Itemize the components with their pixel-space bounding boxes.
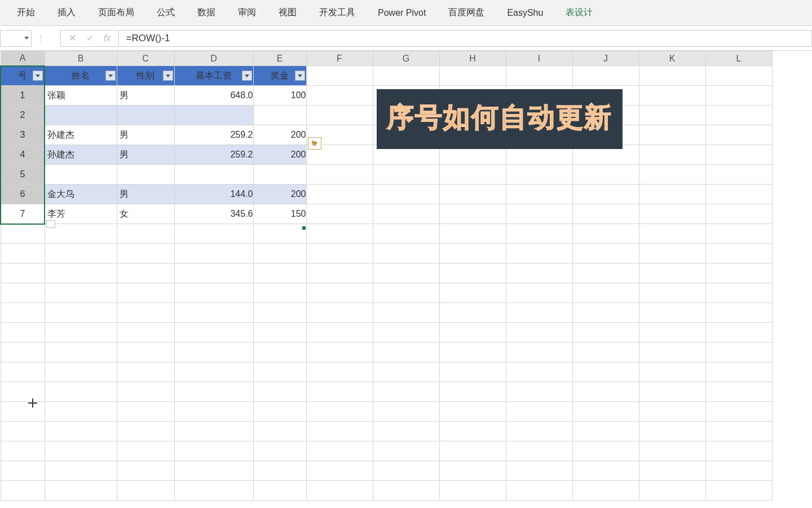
cell[interactable]: [306, 362, 373, 382]
filter-button-icon[interactable]: [242, 71, 252, 81]
cell[interactable]: [439, 481, 506, 501]
cell[interactable]: [117, 382, 174, 402]
cell[interactable]: [174, 224, 253, 244]
cell[interactable]: [506, 343, 572, 362]
table-header-gender[interactable]: 性别: [117, 66, 174, 86]
col-header-C[interactable]: C: [117, 51, 174, 66]
cell[interactable]: [1, 441, 45, 461]
ribbon-tab-home[interactable]: 开始: [6, 1, 46, 24]
cell[interactable]: [373, 224, 439, 244]
cell[interactable]: [705, 106, 772, 125]
cell[interactable]: [117, 323, 174, 343]
cell[interactable]: [306, 422, 373, 441]
cell[interactable]: [306, 441, 373, 461]
cell[interactable]: [1, 422, 45, 441]
cell[interactable]: [705, 264, 772, 283]
cell[interactable]: [705, 165, 772, 185]
col-header-J[interactable]: J: [572, 51, 639, 66]
ribbon-tab-tabledesign[interactable]: 表设计: [554, 1, 604, 24]
ribbon-tab-devtools[interactable]: 开发工具: [308, 1, 367, 24]
cell[interactable]: [117, 441, 174, 461]
cell[interactable]: [1, 402, 45, 422]
cell[interactable]: [439, 402, 506, 422]
cell[interactable]: [705, 422, 772, 441]
cell[interactable]: [373, 481, 439, 501]
cell[interactable]: [506, 441, 572, 461]
cell-bonus[interactable]: [253, 165, 306, 185]
cell[interactable]: [45, 441, 117, 461]
cell[interactable]: [705, 185, 772, 204]
cell[interactable]: [253, 441, 306, 461]
cell[interactable]: [174, 362, 253, 382]
cell[interactable]: [572, 204, 639, 224]
cell[interactable]: [705, 481, 772, 501]
cell[interactable]: [639, 145, 705, 165]
cell[interactable]: [639, 422, 705, 441]
cell[interactable]: [117, 224, 174, 244]
cell-bonus[interactable]: 150: [253, 204, 306, 224]
cell[interactable]: [572, 244, 639, 264]
cell[interactable]: [1, 264, 45, 283]
cell[interactable]: [506, 402, 572, 422]
cell[interactable]: [253, 283, 306, 303]
ribbon-tab-powerpivot[interactable]: Power Pivot: [367, 2, 437, 24]
cell[interactable]: [306, 402, 373, 422]
cell[interactable]: [639, 461, 705, 481]
cell[interactable]: [45, 244, 117, 264]
cell[interactable]: [439, 165, 506, 185]
cell[interactable]: [705, 224, 772, 244]
cell[interactable]: [639, 86, 705, 106]
ribbon-tab-data[interactable]: 数据: [186, 1, 227, 24]
cell[interactable]: [1, 343, 45, 362]
cell[interactable]: [639, 481, 705, 501]
cell[interactable]: [253, 382, 306, 402]
cell[interactable]: [705, 343, 772, 362]
cell[interactable]: [373, 303, 439, 323]
cell[interactable]: [174, 461, 253, 481]
cell[interactable]: [639, 402, 705, 422]
cell[interactable]: [439, 185, 506, 204]
cell[interactable]: [705, 204, 772, 224]
ribbon-tab-layout[interactable]: 页面布局: [87, 1, 145, 24]
cell[interactable]: [639, 106, 705, 125]
cell[interactable]: [373, 323, 439, 343]
cell-seq[interactable]: 3: [1, 125, 45, 145]
cell-salary[interactable]: 345.6: [174, 204, 253, 224]
cell[interactable]: [117, 264, 174, 283]
cell[interactable]: [373, 244, 439, 264]
cell[interactable]: [253, 422, 306, 441]
cell[interactable]: [373, 343, 439, 362]
cell[interactable]: [1, 481, 45, 501]
col-header-L[interactable]: L: [705, 51, 772, 66]
cell[interactable]: [253, 402, 306, 422]
cell[interactable]: [705, 362, 772, 382]
cell[interactable]: [373, 362, 439, 382]
cell[interactable]: [639, 264, 705, 283]
cell[interactable]: [639, 66, 705, 86]
cell[interactable]: [45, 264, 117, 283]
cell[interactable]: [373, 382, 439, 402]
fill-handle-icon[interactable]: [302, 226, 306, 230]
cell[interactable]: [174, 422, 253, 441]
cell-seq[interactable]: 6: [1, 185, 45, 204]
col-header-D[interactable]: D: [174, 51, 253, 66]
cell[interactable]: [639, 382, 705, 402]
cell[interactable]: [117, 303, 174, 323]
cell-salary[interactable]: 259.2: [174, 145, 253, 165]
cell[interactable]: [306, 481, 373, 501]
cell[interactable]: [439, 204, 506, 224]
cell[interactable]: [705, 441, 772, 461]
cell[interactable]: [639, 441, 705, 461]
cell[interactable]: [506, 283, 572, 303]
table-header-name[interactable]: 姓名: [45, 66, 117, 86]
cell[interactable]: [639, 323, 705, 343]
cell[interactable]: [117, 343, 174, 362]
cell[interactable]: [439, 422, 506, 441]
cell[interactable]: [506, 224, 572, 244]
cell-gender[interactable]: 男: [117, 86, 174, 106]
cell[interactable]: [253, 362, 306, 382]
cell[interactable]: [639, 224, 705, 244]
cell[interactable]: [506, 323, 572, 343]
cell[interactable]: [174, 323, 253, 343]
cell[interactable]: [373, 402, 439, 422]
